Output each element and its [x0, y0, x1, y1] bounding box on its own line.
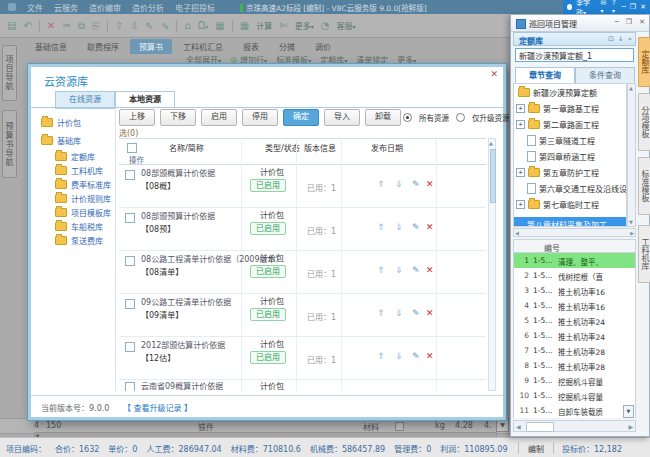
import-button[interactable]: 导入 — [324, 109, 360, 126]
tab-basic-info[interactable]: 基础信息 — [26, 39, 76, 54]
quota-row[interactable]: 10 1-5... 挖掘机斗容量 — [514, 388, 635, 404]
tree-chapter-8-selected[interactable]: 第八章材料采集及加工 — [514, 217, 627, 227]
close-button[interactable]: ✕ — [640, 3, 646, 11]
quota-row-selected[interactable]: 1 1-5... 清理、整平、 — [514, 253, 635, 269]
row-down-icon[interactable]: ⇓ — [395, 308, 403, 318]
tree-root[interactable]: 新疆沙漠预算定额 — [518, 87, 597, 98]
quota-row[interactable]: 2 1-5... 伐树挖根（直 — [514, 268, 635, 284]
quota-row[interactable]: 9 1-5... 挖掘机斗容量 — [514, 373, 635, 389]
quota-row[interactable]: 6 1-5... 推土机功率24 — [514, 328, 635, 344]
enable-button[interactable]: 启用 — [201, 109, 237, 126]
panel-minimize-button[interactable]: ─ — [615, 18, 619, 26]
tree-chapter-1[interactable]: 第一章路基工程 — [516, 103, 599, 114]
row-edit-icon[interactable]: ✎ — [412, 308, 420, 318]
tree-chapter-7[interactable]: 第七章临时工程 — [516, 199, 599, 210]
scrollbar-thumb[interactable] — [526, 422, 554, 432]
demote-icon[interactable]: ⇘ — [161, 20, 169, 31]
side-tab-quota-lib[interactable]: 定额库 — [638, 37, 650, 87]
quota-row[interactable]: 5 1-5... 推土机功率24 — [514, 313, 635, 329]
panel-restore-button[interactable]: ❐ — [626, 18, 632, 26]
row-up-icon[interactable]: ⇑ — [377, 308, 385, 318]
radio-upgrade-only[interactable] — [456, 113, 465, 122]
side-tab-standard-template[interactable]: 标准模板 — [638, 157, 650, 215]
tree-chapter-4[interactable]: 第四章桥涵工程 — [527, 151, 595, 162]
quota-row[interactable]: 8 1-5... 推土机功率28 — [514, 358, 635, 374]
row-delete-icon[interactable]: ✕ — [426, 351, 434, 361]
row-checkbox[interactable] — [125, 299, 135, 309]
row-checkbox[interactable] — [125, 213, 135, 223]
undo-icon[interactable]: ↶ — [23, 20, 31, 31]
resource-row[interactable]: 09公路工程清单计价依据 【09清单】 计价包 已启用 已用：1 ⇑ ⇓ ✎ ✕ — [119, 293, 486, 337]
tree-item-vehicle-tax-lib[interactable]: 车船税库 — [55, 221, 103, 232]
tree-chapter-5[interactable]: 第五章防护工程 — [516, 167, 599, 178]
row-edit-icon[interactable]: ✎ — [412, 351, 420, 361]
row-edit-icon[interactable]: ✎ — [412, 265, 420, 275]
row-checkbox[interactable] — [125, 170, 135, 180]
float-icon[interactable]: ⊡ — [608, 35, 614, 43]
symbol-omega-icon[interactable]: Ω — [198, 20, 209, 31]
tree-chapter-3[interactable]: 第三章隧道工程 — [527, 135, 595, 146]
tab-labor-summary[interactable]: 工料机汇总 — [174, 39, 232, 54]
tree-vertical-scrollbar[interactable] — [627, 83, 636, 227]
row-edit-icon[interactable]: ✎ — [412, 179, 420, 189]
confirm-button[interactable]: 确定 — [283, 109, 319, 126]
calc-icon[interactable]: ▦ — [240, 20, 249, 31]
more-button[interactable]: 更多 — [295, 20, 314, 31]
tree-item-rate-lib[interactable]: 费率标准库 — [55, 179, 111, 190]
dialog-close-icon[interactable]: ✕ — [490, 69, 498, 79]
tab-price-adjust[interactable]: 调价 — [306, 39, 340, 54]
tree-horizontal-scrollbar[interactable] — [513, 228, 636, 237]
expand-icon[interactable] — [516, 120, 525, 129]
copy-icon[interactable]: ⧉ — [78, 20, 85, 32]
row-down-icon[interactable]: ⇓ — [395, 179, 403, 189]
quota-row[interactable]: 11 1-5... 自卸车装载质 ▼ — [514, 403, 635, 418]
paste-icon[interactable]: ⎘ — [92, 20, 100, 32]
side-tab-item-template[interactable]: 分项模板 — [638, 93, 650, 151]
disable-button[interactable]: 停用 — [242, 109, 278, 126]
tab-allocation[interactable]: 分摊 — [270, 39, 304, 54]
row-checkbox[interactable] — [125, 382, 135, 391]
tree-item-pricing-package[interactable]: 计价包 — [41, 117, 81, 128]
row-down-icon[interactable]: ⇓ — [395, 265, 403, 275]
tab-chapter-query[interactable]: 章节查询 — [515, 67, 575, 84]
row-up-icon[interactable]: ⇑ — [377, 222, 385, 232]
tree-item-pump-fee-lib[interactable]: 泵送费库 — [55, 235, 103, 246]
row-delete-icon[interactable]: ✕ — [426, 265, 434, 275]
resource-row[interactable]: 云南省09概算计价依据 计价包 — [119, 379, 486, 391]
dialog-vertical-scrollbar[interactable] — [488, 138, 496, 391]
row-up-icon[interactable]: ⇑ — [377, 351, 385, 361]
tree-chapter-2[interactable]: 第二章路面工程 — [516, 119, 599, 130]
cut-icon[interactable]: ✂ — [62, 20, 70, 31]
calc-button[interactable]: 计算 — [256, 20, 272, 31]
expand-icon[interactable] — [516, 168, 525, 177]
help-icon[interactable]: ? — [612, 0, 618, 15]
menu-cloud-service[interactable]: 云服务 — [54, 2, 78, 13]
quota-search-input[interactable] — [515, 48, 634, 62]
mail-icon[interactable]: ✉ — [600, 0, 608, 15]
move-up-button[interactable]: 上移 — [119, 109, 155, 126]
tab-reports[interactable]: 报表 — [234, 39, 268, 54]
quota-row[interactable]: 7 1-5... 推土机功率28 — [514, 343, 635, 359]
restore-button[interactable]: ❐ — [630, 3, 636, 11]
resource-row[interactable]: 2012部颁估算计价依据 【12估】 计价包 已启用 已用：1 ⇑ ⇓ ✎ ✕ — [119, 336, 486, 380]
sidebar-tab-budget-nav[interactable]: 预算书导航 — [2, 110, 17, 178]
promote-icon[interactable]: ⇖ — [146, 20, 154, 31]
resource-row[interactable]: 08公路工程清单计价依据（2009版本） 【08清单】 计价包 已启用 已用：1… — [119, 250, 486, 294]
panel-close-button[interactable]: ✕ — [639, 18, 645, 26]
move-up-icon[interactable]: ⇧ — [115, 20, 123, 31]
uninstall-button[interactable]: 卸载 — [365, 109, 401, 126]
quota-table-scrollbar[interactable] — [513, 420, 636, 432]
row-delete-icon[interactable]: ✕ — [426, 308, 434, 318]
resource-row[interactable]: 08部颁概算计价依据 【08概】 计价包 已启用 已用：1 ⇑ ⇓ ✎ ✕ — [119, 164, 486, 208]
expand-icon[interactable] — [516, 200, 525, 209]
row-up-icon[interactable]: ⇑ — [377, 179, 385, 189]
home-icon[interactable]: ⌂ — [184, 20, 190, 31]
tree-item-labor-lib[interactable]: 工料机库 — [55, 165, 103, 176]
row-delete-icon[interactable]: ✕ — [426, 179, 434, 189]
delete-icon[interactable]: ✕ — [47, 20, 55, 31]
more-tools-icon[interactable]: ✄ — [279, 20, 287, 31]
row-checkbox[interactable] — [125, 256, 135, 266]
menu-e-bidding[interactable]: 电子招投标 — [175, 2, 215, 13]
radio-all-resources[interactable] — [403, 113, 412, 122]
menu-cost-analysis[interactable]: 造价分析 — [132, 2, 164, 13]
